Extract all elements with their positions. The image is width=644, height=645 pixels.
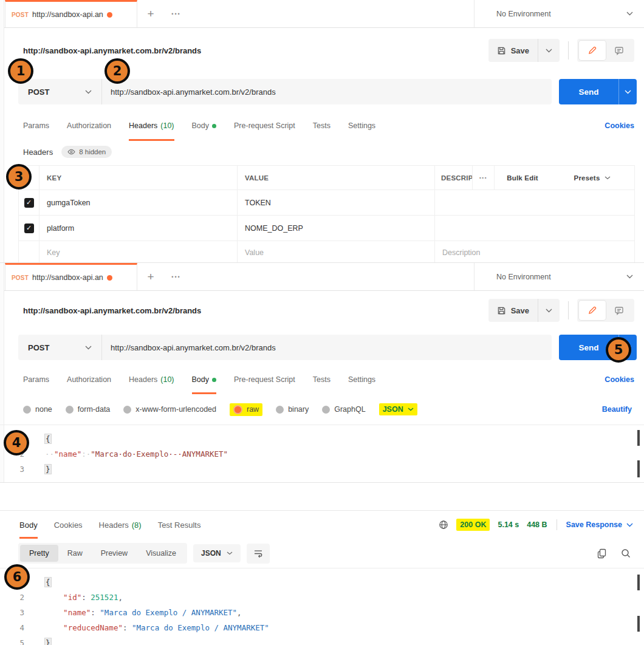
mode-none[interactable]: none [23, 405, 52, 414]
status-badge: 200 OK [456, 519, 490, 531]
save-button[interactable]: Save [488, 299, 538, 322]
column-value: VALUE [238, 166, 435, 189]
chevron-down-icon [546, 49, 552, 53]
mode-graphql[interactable]: GraphQL [322, 405, 365, 414]
column-options-button[interactable]: ••• [473, 166, 495, 189]
document-toolbar: http://sandbox-api.anymarket.com.br/v2/b… [0, 291, 644, 330]
tab-body[interactable]: Body [192, 365, 217, 394]
beautify-link[interactable]: Beautify [602, 405, 632, 414]
mode-raw[interactable]: raw [233, 405, 259, 414]
mode-binary[interactable]: binary [276, 405, 309, 414]
comments-button[interactable] [606, 41, 632, 60]
line-number: 4 [0, 623, 24, 632]
url-input[interactable]: http://sandbox-api.anymarket.com.br/v2/b… [102, 79, 552, 104]
save-label: Save [511, 46, 529, 55]
row-checkbox[interactable]: ✓ [24, 224, 34, 233]
tab-prerequest[interactable]: Pre-request Script [234, 365, 295, 394]
environment-selector[interactable]: No Environment [474, 263, 644, 290]
request-tab[interactable]: POST http://sandbox-api.an [5, 263, 137, 290]
bulk-edit-button[interactable]: Bulk Edit [495, 166, 550, 189]
save-label: Save [511, 306, 529, 315]
overview-ruler-mark [637, 460, 640, 477]
tab-tests[interactable]: Tests [313, 111, 331, 141]
code-line: 4 "reducedName": "Marca do Exemplo / ANY… [0, 620, 644, 635]
tab-authorization[interactable]: Authorization [67, 365, 111, 394]
view-preview[interactable]: Preview [92, 545, 137, 562]
request-body-editor[interactable]: 1 { 2 ··"name":·"Marca·do·Exemplo·-·ANYM… [0, 425, 644, 480]
more-tabs-button[interactable]: ••• [164, 263, 188, 290]
method-selector[interactable]: POST [18, 335, 102, 360]
code-line: 3 } [0, 462, 644, 477]
header-value[interactable]: NOME_DO_ERP [238, 216, 435, 241]
tab-headers[interactable]: Headers (10) [129, 365, 174, 394]
postman-tutorial-composite: POST http://sandbox-api.an + ••• No Envi… [0, 0, 644, 645]
value-placeholder[interactable]: Value [238, 241, 435, 264]
code-line: 2 ··"name":·"Marca·do·Exemplo·-·ANYMARKE… [0, 446, 644, 462]
save-options-button[interactable] [538, 39, 560, 62]
method-label: POST [28, 343, 49, 352]
edit-button[interactable] [579, 41, 606, 60]
view-visualize[interactable]: Visualize [137, 545, 185, 562]
send-button[interactable]: Send [559, 79, 618, 104]
response-time: 5.14 s [498, 520, 519, 529]
code-line: 1 { [0, 575, 644, 590]
tab-title: http://sandbox-api.an [32, 273, 103, 282]
save-button[interactable]: Save [488, 39, 538, 62]
tab-authorization[interactable]: Authorization [67, 111, 111, 141]
description-placeholder[interactable]: Description [435, 241, 634, 264]
header-key[interactable]: platform [39, 216, 238, 241]
header-key[interactable]: gumgaToken [39, 190, 238, 215]
tab-settings[interactable]: Settings [348, 365, 375, 394]
tab-tests[interactable]: Tests [313, 365, 331, 394]
tab-response-body[interactable]: Body [19, 511, 38, 539]
tab-body[interactable]: Body [192, 111, 217, 141]
row-checkbox[interactable]: ✓ [24, 198, 34, 208]
save-options-button[interactable] [538, 299, 560, 322]
method-selector[interactable]: POST [18, 79, 102, 104]
send-options-button[interactable] [618, 79, 637, 104]
search-icon[interactable] [621, 548, 631, 558]
tab-response-cookies[interactable]: Cookies [54, 511, 83, 539]
tab-headers[interactable]: Headers (10) [129, 111, 174, 141]
response-language-dropdown[interactable]: JSON [193, 544, 241, 562]
header-value[interactable]: TOKEN [238, 190, 435, 215]
url-input[interactable]: http://sandbox-api.anymarket.com.br/v2/b… [102, 335, 552, 360]
table-header-row: KEY VALUE DESCRIPTION ••• Bulk Edit Pres… [19, 166, 634, 190]
edit-button[interactable] [579, 301, 606, 320]
new-tab-button[interactable]: + [137, 263, 164, 290]
request-tab[interactable]: POST http://sandbox-api.an [5, 0, 137, 27]
body-language-dropdown[interactable]: JSON [383, 405, 414, 414]
radio-icon [66, 406, 74, 414]
tab-params[interactable]: Params [23, 111, 49, 141]
table-row: ✓ gumgaToken TOKEN [19, 190, 634, 216]
request-builder: POST http://sandbox-api.anymarket.com.br… [0, 330, 644, 365]
tab-settings[interactable]: Settings [348, 111, 375, 141]
header-description[interactable] [435, 216, 634, 241]
more-tabs-button[interactable]: ••• [164, 0, 188, 27]
cookies-link[interactable]: Cookies [605, 365, 634, 394]
tab-test-results[interactable]: Test Results [158, 511, 201, 539]
key-placeholder[interactable]: Key [39, 241, 238, 264]
new-tab-button[interactable]: + [137, 0, 164, 27]
comments-button[interactable] [606, 301, 632, 320]
mode-urlencoded[interactable]: x-www-form-urlencoded [123, 405, 216, 414]
radio-icon [23, 406, 31, 414]
view-pretty[interactable]: Pretty [20, 545, 58, 562]
view-raw[interactable]: Raw [58, 545, 92, 562]
wrap-text-icon [253, 549, 263, 558]
cookies-link[interactable]: Cookies [605, 111, 634, 141]
mode-form-data[interactable]: form-data [66, 405, 111, 414]
tab-params[interactable]: Params [23, 365, 49, 394]
wrap-text-button[interactable] [247, 544, 270, 564]
response-body-editor[interactable]: 1 { 2 "id": 251521, 3 "name": "Marca do … [0, 568, 644, 645]
save-response-dropdown[interactable]: Save Response [566, 520, 633, 529]
copy-icon[interactable] [597, 548, 606, 559]
divider [557, 519, 557, 530]
presets-dropdown[interactable]: Presets [550, 166, 634, 189]
header-description[interactable] [435, 190, 634, 215]
tab-response-headers[interactable]: Headers (8) [99, 511, 142, 539]
tab-prerequest[interactable]: Pre-request Script [234, 111, 295, 141]
headers-table: KEY VALUE DESCRIPTION ••• Bulk Edit Pres… [18, 165, 635, 264]
hidden-headers-toggle[interactable]: 8 hidden [61, 146, 112, 158]
environment-selector[interactable]: No Environment [474, 0, 644, 27]
